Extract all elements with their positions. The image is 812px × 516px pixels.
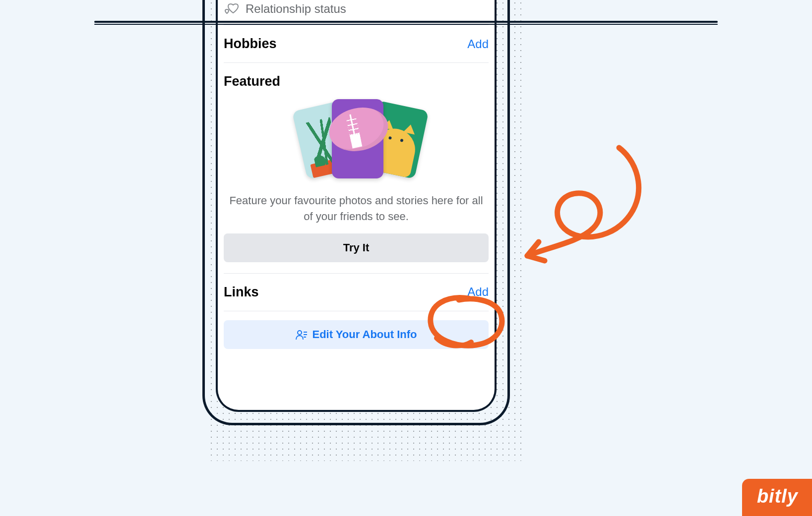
try-it-button[interactable]: Try It [224,233,489,262]
divider [224,273,489,274]
phone-frame-inner: Home town Relationship status Hobbies Ad… [216,0,497,412]
screen: Home town Relationship status Hobbies Ad… [222,0,491,406]
profile-field-relationship[interactable]: Relationship status [224,0,489,21]
phone-frame-outer: Home town Relationship status Hobbies Ad… [202,0,510,425]
edit-about-label: Edit Your About Info [312,328,417,341]
section-links: Links Add [224,278,489,307]
featured-illustration [224,99,489,186]
featured-card-football [332,99,383,178]
edit-about-button[interactable]: Edit Your About Info [224,320,489,349]
sketch-top-line [94,21,718,26]
add-links-link[interactable]: Add [467,285,489,299]
section-featured: Featured [224,67,489,96]
add-hobbies-link[interactable]: Add [467,37,489,51]
section-title: Links [224,285,259,300]
featured-description: Feature your favourite photos and storie… [224,189,489,233]
profile-field-label: Relationship status [246,2,346,16]
person-card-icon [296,329,308,340]
svg-point-1 [298,331,302,335]
bitly-badge: bitly [742,479,812,516]
divider [224,311,489,311]
heart-icon [224,2,246,16]
section-hobbies: Hobbies Add [224,29,489,58]
annotation-arrow [515,143,664,272]
divider [224,62,489,63]
section-title: Hobbies [224,36,277,52]
section-title: Featured [224,74,280,89]
